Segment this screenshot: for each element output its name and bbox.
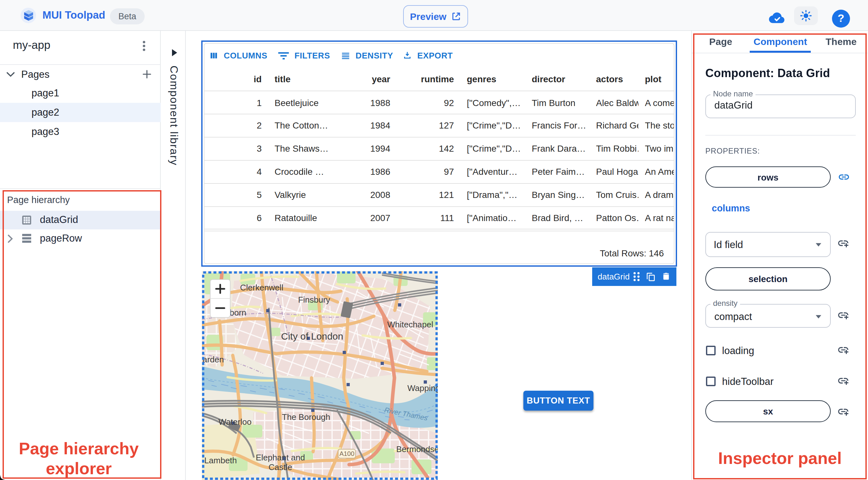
svg-text:Wapping: Wapping [407,383,437,393]
svg-text:Waterloo: Waterloo [218,417,251,427]
svg-text:Castle: Castle [268,462,292,472]
svg-text:City of London: City of London [281,331,343,342]
svg-text:born: born [229,308,246,317]
svg-text:Finsbury: Finsbury [298,295,330,305]
svg-text:Bermondse: Bermondse [396,444,437,454]
svg-text:Elephant and: Elephant and [255,453,305,462]
svg-text:A100: A100 [339,450,354,457]
svg-text:Lambeth: Lambeth [204,456,236,465]
svg-text:Clerkenwell: Clerkenwell [240,283,283,292]
svg-text:The Borough: The Borough [282,412,330,422]
svg-text:arden: arden [202,355,224,364]
svg-text:Whitechapel: Whitechapel [387,320,433,329]
